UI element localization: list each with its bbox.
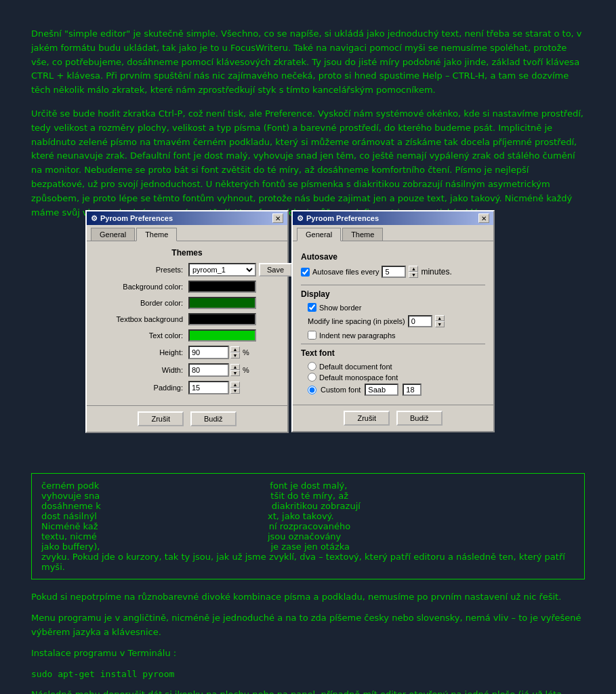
themes-section-title: Themes xyxy=(95,248,279,258)
install-title: Instalace programu v Terminálu : xyxy=(31,647,585,661)
bg-color-row: Background color: xyxy=(95,281,279,293)
para-menu: Menu programu je v angličtině, nicméně j… xyxy=(31,611,585,640)
radio-default-mono[interactable] xyxy=(308,373,316,382)
bottom-box-p7: jako buffery), je zase jen otázka xyxy=(41,542,575,552)
radio-default-doc[interactable] xyxy=(308,362,316,371)
autosave-section-header: Autosave xyxy=(301,252,485,262)
presets-select[interactable]: pyroom_1 xyxy=(188,263,256,277)
border-color-label: Border color: xyxy=(95,299,183,307)
dialog-general: ⚙ Pyroom Preferences ✕ General Theme Aut… xyxy=(291,210,495,432)
bottom-box-p1: černém podk font je dost malý, xyxy=(41,481,575,491)
dialog-2-icon: ⚙ xyxy=(297,214,304,223)
display-section-header: Display xyxy=(301,289,485,299)
height-spin-up[interactable]: ▲ xyxy=(230,346,240,352)
border-color-swatch[interactable] xyxy=(188,297,256,309)
radio-default-doc-label: Default document font xyxy=(319,363,392,371)
text-color-row: Text color: xyxy=(95,329,279,342)
show-border-checkbox[interactable] xyxy=(308,303,316,312)
height-row: Height: ▲ ▼ % xyxy=(95,346,279,359)
dialog-1-title-group: ⚙ Pyroom Preferences xyxy=(91,214,173,223)
radio-default-doc-row: Default document font xyxy=(308,362,485,371)
bottom-box-p4: dost násilnýl xt, jako takový. xyxy=(41,511,575,521)
bg-color-swatch[interactable] xyxy=(188,281,256,293)
padding-spin-down[interactable]: ▼ xyxy=(230,388,240,394)
bottom-box-p3: dosáhneme k diakritikou zobrazují xyxy=(41,501,575,511)
presets-row: Presets: pyroom_1 Save xyxy=(95,263,279,277)
below-dialog-content: černém podk font je dost malý, vyhovuje … xyxy=(0,473,616,579)
spacing-label: Modify line spacing (in pixels) xyxy=(308,317,405,325)
text-color-swatch[interactable] xyxy=(188,329,256,342)
spacing-row: Modify line spacing (in pixels) ▲ ▼ xyxy=(308,315,485,327)
paragraph-2: Určitě se bude hodit zkratka Ctrl-P, což… xyxy=(31,107,585,220)
autosave-unit: minutes. xyxy=(421,267,451,277)
bottom-box-cursor: zvyku. Pokud jde o kurzory, tak ty jsou,… xyxy=(41,552,575,572)
para-recommend: Následně mohu doporučit dát si ikonku na… xyxy=(31,688,585,694)
tab-general-1[interactable]: General xyxy=(91,228,135,241)
tab-theme-1[interactable]: Theme xyxy=(136,228,177,241)
padding-spin-up[interactable]: ▲ xyxy=(230,382,240,388)
autosave-spin-up[interactable]: ▲ xyxy=(409,266,418,272)
autosave-value-input[interactable] xyxy=(382,266,406,278)
install-cmd: sudo apt-get install pyroom xyxy=(31,668,585,682)
save-button[interactable]: Save xyxy=(259,263,292,277)
dialog-1-close-button[interactable]: ✕ xyxy=(272,213,283,223)
radio-default-mono-row: Default monospace font xyxy=(308,373,485,382)
autosave-spin-btns: ▲ ▼ xyxy=(409,266,418,278)
paragraph-1: Dnešní "simple editor" je skutečně simpl… xyxy=(31,27,585,98)
show-border-row: Show border xyxy=(308,303,485,312)
textbox-bg-swatch[interactable] xyxy=(188,313,256,325)
cancel-button-1[interactable]: Zrušit xyxy=(138,411,184,426)
dialog-2-title: Pyroom Preferences xyxy=(306,214,379,222)
bottom-box-p6: textu, nicmé jsou označovány xyxy=(41,531,575,542)
autosave-checkbox[interactable] xyxy=(301,268,310,277)
border-color-row: Border color: xyxy=(95,297,279,309)
dialog-theme: ⚙ Pyroom Preferences ✕ General Theme The… xyxy=(85,210,289,433)
radio-default-mono-label: Default monospace font xyxy=(319,373,398,382)
dialog-2-titlebar[interactable]: ⚙ Pyroom Preferences ✕ xyxy=(293,211,493,225)
spacing-input[interactable] xyxy=(408,315,432,327)
height-spin-btns: ▲ ▼ xyxy=(230,346,240,359)
height-input[interactable] xyxy=(188,346,229,359)
spacing-spin-btns: ▲ ▼ xyxy=(435,315,445,327)
width-spin-up[interactable]: ▲ xyxy=(230,364,240,370)
padding-input[interactable] xyxy=(188,381,229,394)
padding-input-group: ▲ ▼ xyxy=(188,381,240,394)
indent-checkbox[interactable] xyxy=(308,331,316,340)
dialog-1-tabs: General Theme xyxy=(87,225,287,241)
presets-label: Presets: xyxy=(95,266,183,274)
dialog-1-title: Pyroom Preferences xyxy=(100,214,173,222)
dialog-1-footer: Zrušit Budiž xyxy=(87,405,287,432)
dialog-2-footer: Zrušit Budiž xyxy=(293,405,493,431)
spacing-spin-up[interactable]: ▲ xyxy=(435,315,445,321)
bottom-box-p2: vyhovuje sna tšit do té míry, až xyxy=(41,491,575,501)
text-font-section-header: Text font xyxy=(301,348,485,358)
width-spin-down[interactable]: ▼ xyxy=(230,370,240,376)
bottom-box-p5: Nicméně kaž ní rozpracovaného xyxy=(41,521,575,531)
display-block: Show border Modify line spacing (in pixe… xyxy=(301,303,485,340)
padding-label: Padding: xyxy=(95,384,183,392)
radio-custom-font[interactable] xyxy=(308,386,316,394)
textbox-bg-row: Textbox background xyxy=(95,313,279,325)
height-spin-down[interactable]: ▼ xyxy=(230,352,240,359)
spacing-spin-down[interactable]: ▼ xyxy=(435,321,445,327)
tab-theme-2[interactable]: Theme xyxy=(342,228,383,241)
font-size-input[interactable] xyxy=(403,384,422,396)
autosave-spin-down[interactable]: ▼ xyxy=(409,272,418,278)
width-input[interactable] xyxy=(188,363,229,377)
divider-2 xyxy=(301,344,485,344)
dialog-2-close-button[interactable]: ✕ xyxy=(478,213,489,223)
show-border-label: Show border xyxy=(319,304,361,312)
dialog-2-body: Autosave Autosave files every ▲ ▼ minute… xyxy=(293,241,493,405)
dialog-1-titlebar[interactable]: ⚙ Pyroom Preferences ✕ xyxy=(87,211,287,225)
tab-general-2[interactable]: General xyxy=(297,228,341,241)
cancel-button-2[interactable]: Zrušit xyxy=(344,411,390,426)
text-color-label: Text color: xyxy=(95,331,183,340)
ok-button-2[interactable]: Budiž xyxy=(396,411,443,426)
autosave-row: Autosave files every ▲ ▼ minutes. xyxy=(301,266,485,278)
ok-button-1[interactable]: Budiž xyxy=(190,411,237,426)
bg-color-label: Background color: xyxy=(95,283,183,291)
bottom-content: Pokud si nepotrpíme na různobarevné divo… xyxy=(0,590,616,694)
font-name-input[interactable] xyxy=(365,384,398,396)
para-combination: Pokud si nepotrpíme na různobarevné divo… xyxy=(31,590,585,605)
dialog-2-tabs: General Theme xyxy=(293,225,493,241)
